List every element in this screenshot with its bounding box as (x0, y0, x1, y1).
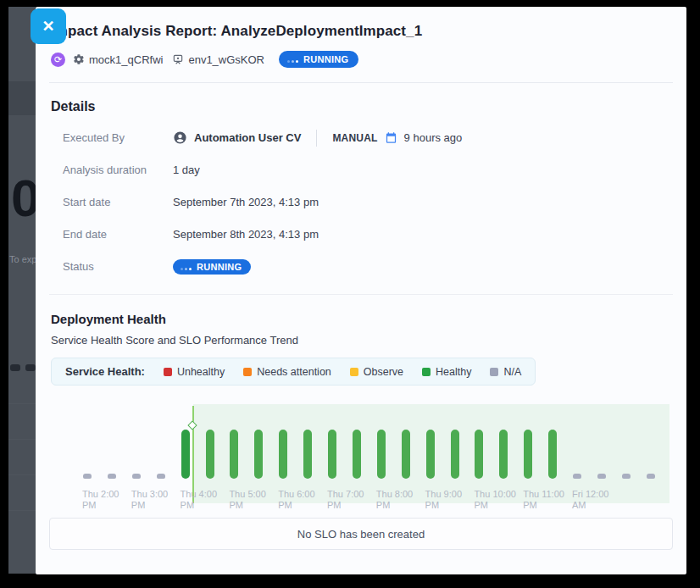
health-bar-healthy[interactable] (451, 430, 459, 479)
detail-label: Start date (63, 196, 173, 208)
health-bar-healthy[interactable] (206, 430, 214, 479)
health-bar-na[interactable] (597, 474, 606, 479)
needs-attention-swatch-icon (243, 368, 252, 376)
x-axis-tick-label: Thu 9:00PM (425, 489, 462, 511)
close-icon: ✕ (42, 17, 54, 36)
trigger-mode: MANUAL (332, 132, 377, 144)
detail-row-status: Status RUNNING (63, 258, 673, 275)
user-avatar-icon (173, 130, 187, 145)
health-bar-na[interactable] (83, 474, 92, 479)
health-bar-healthy[interactable] (377, 430, 386, 479)
health-bar-healthy[interactable] (548, 430, 557, 479)
report-meta-row: ⟳ mock1_qCRfwi env1_wGsKOR RUNNING (51, 51, 673, 68)
health-bar-na[interactable] (157, 474, 165, 479)
detail-label: Analysis duration (63, 164, 173, 176)
environment-name: env1_wGsKOR (188, 53, 264, 66)
workflow-name: mock1_qCRfwi (89, 53, 163, 66)
background-partial-text: To exp (9, 254, 36, 264)
health-bar-na[interactable] (573, 474, 581, 479)
observe-swatch-icon (350, 368, 358, 376)
health-bar-healthy[interactable] (499, 430, 508, 479)
health-bar-healthy[interactable] (402, 430, 410, 479)
detail-label: Status (63, 260, 173, 273)
na-swatch-icon (490, 368, 498, 376)
detail-value: Automation User CV MANUAL 9 hours ago (173, 130, 462, 147)
legend-label: Observe (364, 366, 403, 378)
health-bar-healthy[interactable] (426, 430, 435, 479)
status-badge-label: RUNNING (303, 54, 348, 64)
environment-icon (172, 53, 184, 65)
background-table-row-line (8, 439, 36, 440)
x-axis-tick-label: Thu 11:00PM (523, 489, 564, 511)
health-bar-na[interactable] (647, 474, 655, 479)
workflow-link[interactable]: mock1_qCRfwi (73, 53, 163, 66)
background-icon-shape (25, 364, 36, 371)
background-metric-number: 0 (11, 168, 36, 228)
x-axis-tick-label: Thu 7:00PM (327, 489, 364, 511)
running-dots-icon (287, 54, 300, 64)
close-modal-button[interactable]: ✕ (31, 8, 66, 44)
legend-item-healthy: Healthy (422, 366, 471, 378)
deployment-app-icon: ⟳ (51, 53, 65, 67)
x-axis-tick-label: Thu 2:00PM (82, 489, 119, 511)
background-icon-shape (10, 364, 20, 371)
impact-analysis-report-modal: Impact Analysis Report: AnalyzeDeploymen… (36, 7, 686, 574)
healthy-swatch-icon (422, 368, 431, 376)
executed-time: 9 hours ago (404, 131, 463, 144)
health-bar-na[interactable] (132, 474, 141, 479)
executed-by-user: Automation User CV (194, 131, 301, 144)
legend-item-na: N/A (490, 366, 521, 378)
detail-value: 1 day (173, 164, 200, 176)
background-table-row-line (8, 403, 36, 404)
health-bar-healthy[interactable] (328, 430, 336, 479)
health-bar-healthy[interactable] (524, 430, 532, 479)
gear-icon (73, 53, 85, 65)
health-bar-na[interactable] (622, 474, 631, 479)
health-bar-healthy[interactable] (254, 430, 263, 479)
service-health-bar-chart[interactable]: Thu 2:00PMThu 3:00PMThu 4:00PMThu 5:00PM… (49, 399, 673, 514)
detail-row: Analysis duration 1 day (63, 161, 673, 179)
running-dots-icon (181, 262, 193, 272)
status-badge-label: RUNNING (197, 262, 242, 272)
health-bar-healthy[interactable] (181, 430, 190, 479)
status-badge: RUNNING (279, 51, 358, 68)
health-bar-na[interactable] (108, 474, 116, 479)
legend-title: Service Health: (65, 365, 145, 378)
detail-row-executed-by: Executed By Automation User CV MANUAL 9 … (63, 129, 673, 147)
health-bar-healthy[interactable] (303, 430, 312, 479)
x-axis-tick-label: Thu 8:00PM (376, 489, 413, 511)
x-axis-tick-label: Fri 12:00AM (572, 489, 608, 511)
legend-item-unhealthy: Unhealthy (164, 366, 225, 378)
deployment-health-heading: Deployment Health (51, 312, 673, 326)
health-bar-healthy[interactable] (353, 430, 361, 479)
legend-item-needs-attention: Needs attention (243, 366, 331, 378)
vertical-divider (316, 130, 317, 147)
health-bar-healthy[interactable] (230, 430, 238, 479)
health-bar-healthy[interactable] (475, 430, 483, 479)
chart-subtitle: Service Health Score and SLO Performance… (51, 334, 673, 347)
legend-label: Needs attention (257, 366, 331, 378)
detail-row: End date September 8th 2023, 4:13 pm (63, 225, 673, 243)
dimmed-background-page: 0 To exp (8, 7, 36, 574)
detail-label: End date (63, 228, 173, 241)
section-divider (49, 294, 673, 295)
health-bar-healthy[interactable] (279, 430, 287, 479)
x-axis-tick-label: Thu 10:00PM (474, 489, 516, 511)
details-heading: Details (51, 99, 673, 114)
background-header-band (8, 81, 36, 115)
detail-value: September 7th 2023, 4:13 pm (173, 196, 319, 208)
detail-row: Start date September 7th 2023, 4:13 pm (63, 193, 673, 211)
x-axis-tick-label: Thu 5:00PM (229, 489, 265, 511)
legend-label: N/A (503, 366, 521, 378)
page-title: Impact Analysis Report: AnalyzeDeploymen… (51, 7, 673, 40)
legend-item-observe: Observe (350, 366, 403, 378)
x-axis-tick-label: Thu 3:00PM (131, 489, 168, 511)
environment-link[interactable]: env1_wGsKOR (172, 53, 264, 66)
legend-label: Healthy (436, 366, 471, 378)
background-table-row-line (8, 474, 36, 475)
unhealthy-swatch-icon (164, 368, 172, 376)
x-axis-tick-label: Thu 4:00PM (181, 489, 217, 511)
calendar-icon (385, 131, 397, 144)
header-divider (49, 82, 673, 83)
status-badge: RUNNING (173, 259, 251, 275)
